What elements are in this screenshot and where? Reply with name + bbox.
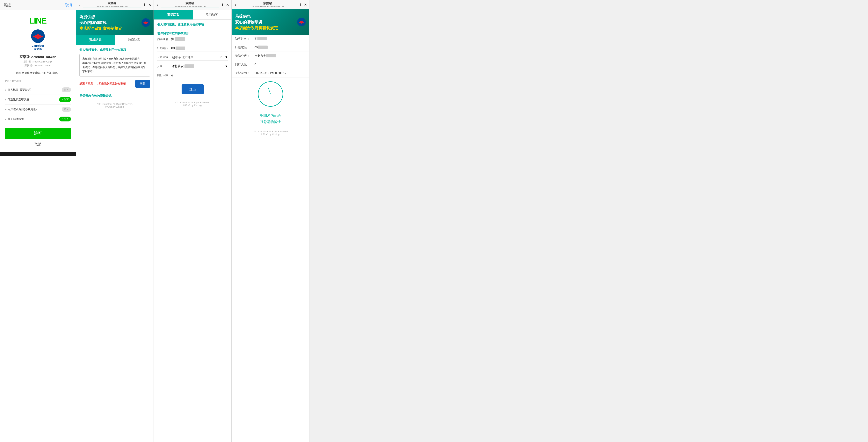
confirm-value-3: 0 [254,63,306,66]
auth-footer-bar [0,152,76,156]
close-icon-4[interactable]: ✕ [304,3,307,7]
back-button-2[interactable]: ‹ [78,3,81,7]
perm-arrow-3: ▶ [5,118,6,121]
contact-title-3: 需保留您有效的聯繫資訊 [157,32,228,35]
url-area-4: 家樂福 carrefourlineoa.azurewebsites.net [239,2,297,8]
confirm-label-1: 行動電話： [235,45,254,49]
tab-row-3: 賣場訪客 洽商訪客 [154,10,231,20]
footer-4: 2021 Carrefour All Right Reserved. © Cra… [231,127,309,139]
perm-badge-0: 許可 [62,87,71,92]
browser-url-3: carrefourlineoa.azurewebsites.net [161,5,219,8]
perm-name-0: 個人檔案(必要資訊) [8,88,31,92]
select-region[interactable]: 超市-台北市地區 [171,55,222,59]
auth-title: 認證 [4,3,11,7]
permission-item-1: ▶ 傳送訊息至聊天室 ✓ 許可 [5,95,71,104]
field-region: 分店區域 超市-台北市地區 ▼ [157,55,228,61]
back-button-3[interactable]: ‹ [156,3,159,7]
auth-body: LINE ◀ ▶ Carrefour 家樂福 家樂福Carrefour Taiw… [0,10,76,152]
tab-merchant-2[interactable]: 洽商訪客 [115,35,154,45]
banner-logo-4: ◀▶ [297,18,306,26]
browser-title-4: 家樂福 [239,2,297,5]
value-store: 台北農安 [171,64,222,68]
tab-visitor-3[interactable]: 賣場訪客 [154,10,193,20]
contact-title-2: 需保留您有效的聯繫資訊 [80,94,150,98]
carrefour-brand-en: Carrefour [32,44,44,47]
tab-row-2: 賣場訪客 洽商訪客 [76,35,154,45]
value-phone[interactable]: 09 [171,46,228,50]
confirm-value-4: 2021/05/16 PM 09:05:17 [254,71,306,74]
agree-button-2[interactable]: 同意 [135,80,150,88]
banner-text-2: 為提供您 安心的購物環境 本店配合政府實聯制規定 [80,14,122,31]
confirm-value-1: 09 [254,45,306,49]
browser-header-2: ‹ 家樂福 carrefourlineoa.azurewebsites.net … [76,0,154,10]
close-icon-2[interactable]: ✕ [148,3,151,7]
perm-name-1: 傳送訊息至聊天室 [8,98,29,101]
thanks-text: 謝謝您的配合 祝您購物愉快 [235,113,306,125]
auth-section-title: 要求存取的項目 [5,80,21,83]
banner-logo-2: ◀▶ [142,18,150,27]
label-companions: 同行人數 [157,73,169,77]
form-text-2: 家福股份有限公司(以下簡稱家樂福)為進行新冠肺炎(COVID-19)防疫追蹤溯源… [80,54,150,77]
perm-name-3: 電子郵件帳號 [8,117,24,121]
back-button-4[interactable]: ‹ [234,2,237,7]
confirm-row-3: 同行人數： 0 [231,60,309,69]
browser-url-4: carrefourlineoa.azurewebsites.net [239,5,297,8]
confirm-value-2: 台北農安 [254,54,306,58]
carrefour-logo: ◀ ▶ Carrefour 家樂福 [31,29,45,51]
auth-header: 認證 取消 [0,0,76,10]
confirm-row-0: 訪客姓名： 劉 [231,35,309,43]
confirm-row-1: 行動電話： 09 [231,43,309,52]
confirm-label-0: 訪客姓名： [235,37,254,41]
allow-button[interactable]: 許可 [5,128,71,139]
auth-cancel-link[interactable]: 取消 [65,3,72,7]
agree-text-2: 點選「同意」，即表示您同意告知事項 [80,82,135,86]
carrefour-form-filled-panel: ‹ 家樂福 carrefourlineoa.azurewebsites.net … [154,0,231,442]
perm-badge-3: ✓ 許可 [59,117,71,121]
footer-2: 2021 Carrefour All Right Reserved. © Cra… [76,100,154,111]
tab-visitor-2[interactable]: 賣場訪客 [76,35,115,45]
browser-title-2: 家樂福 [83,2,142,5]
field-phone: 行動電話 09 [157,46,228,52]
carrefour-banner-2: 為提供您 安心的購物環境 本店配合政府實聯制規定 ◀▶ [76,10,154,35]
label-visitor-name: 訪客姓名 [157,37,169,41]
field-store: 分店 台北農安 ▼ [157,64,228,70]
clock-icon [258,81,283,107]
perm-badge-2: 許可 [62,107,71,112]
section-title-2: 個人資料蒐集、處理及利用告知事項 [80,48,150,52]
perm-badge-1: ✓ 許可 [59,97,71,102]
field-companions: 同行人數 [157,73,228,79]
cancel-button[interactable]: 取消 [34,142,41,147]
blurred-name [175,37,185,41]
permissions-list: ▶ 個人檔案(必要資訊) 許可 ▶ 傳送訊息至聊天室 ✓ 許可 ▶ 用戶識別資訊… [5,85,71,124]
confirm-label-4: 登記時間： [235,71,254,75]
share-icon-2[interactable]: ⬆ [143,3,146,7]
confirm-row-2: 造訪分店： 台北農安 [231,52,309,60]
share-icon-4[interactable]: ⬆ [299,3,302,7]
confirm-label-3: 同行人數： [235,63,254,66]
share-icon-3[interactable]: ⬆ [221,3,224,7]
label-phone: 行動電話 [157,46,169,50]
dropdown-arrow-store: ▼ [225,65,228,68]
banner-text-4: 為提供您 安心的購物環境 本店配合政府實聯制規定 [235,13,278,31]
confirm-label-2: 造訪分店： [235,54,254,58]
blurred-store [185,64,194,68]
permission-item-0: ▶ 個人檔案(必要資訊) 許可 [5,85,71,95]
auth-app-name: 家樂福Carrefour Taiwan [20,55,56,59]
permission-item-2: ▶ 用戶識別資訊(必要資訊) 許可 [5,104,71,114]
carrefour-banner-4: 為提供您 安心的購物環境 本店配合政府實聯制規定 ◀▶ [231,9,309,35]
confirm-row-4: 登記時間： 2021/05/16 PM 09:05:17 [231,69,309,77]
carrefour-c-icon: ◀ ▶ [31,29,45,43]
close-icon-3[interactable]: ✕ [226,3,229,7]
confirmation-panel: ‹ 家樂福 carrefourlineoa.azurewebsites.net … [231,0,309,442]
tab-merchant-3[interactable]: 洽商訪客 [193,10,231,20]
form-area-3: 訪客姓名 劉 行動電話 09 分店區域 [154,37,231,98]
submit-button-3[interactable]: 送出 [182,84,204,94]
url-area-2: 家樂福 carrefourlineoa.azurewebsites.net [83,2,142,8]
value-visitor-name: 劉 [171,37,228,41]
footer-3: 2021 Carrefour All Right Reserved. © Cra… [154,98,231,110]
form-area-2: 家福股份有限公司(以下簡稱家樂福)為進行新冠肺炎(COVID-19)防疫追蹤溯源… [76,54,154,91]
input-companions[interactable] [171,74,228,77]
browser-url-2: carrefourlineoa.azurewebsites.net [83,5,142,8]
field-visitor-name: 訪客姓名 劉 [157,37,228,43]
dropdown-arrow-region: ▼ [225,56,228,59]
